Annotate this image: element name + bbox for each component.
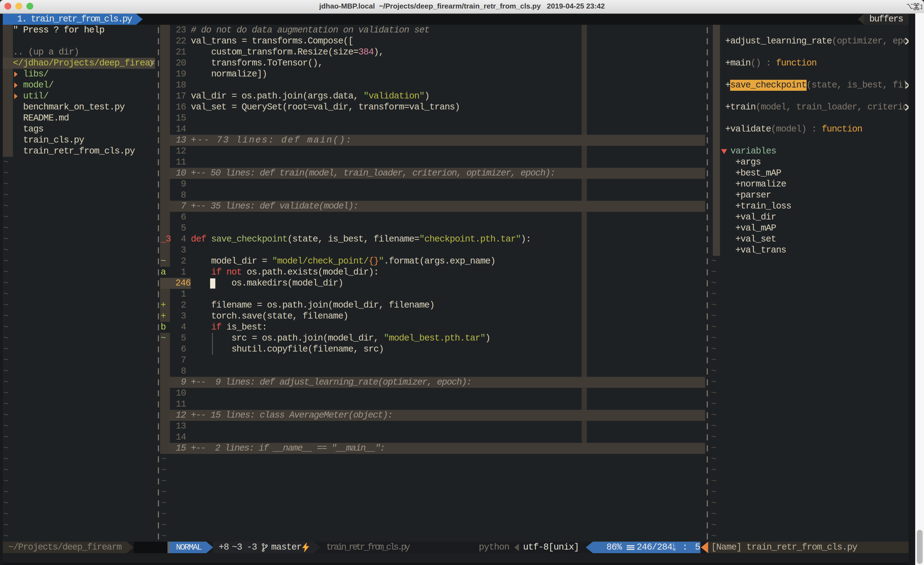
svg-text:1: 1 [920, 3, 922, 10]
